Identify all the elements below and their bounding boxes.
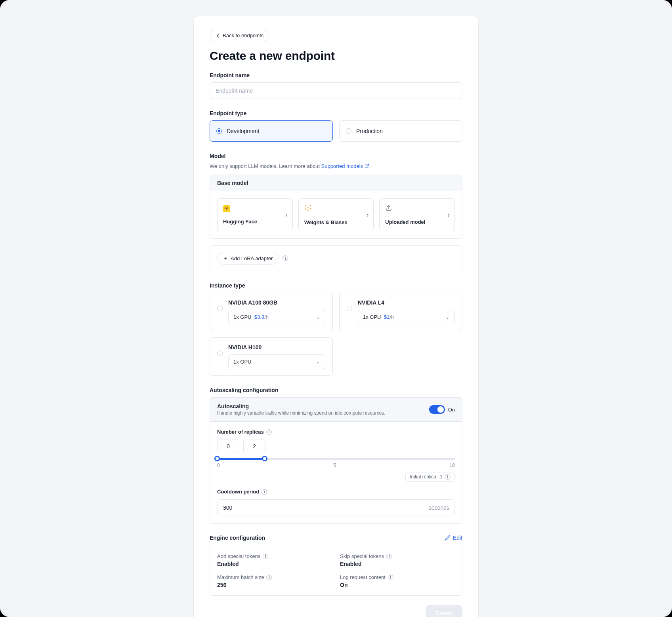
svg-point-2 [307, 206, 308, 208]
lora-adapter-box: ＋ Add LoRA adapter i [210, 245, 462, 271]
radio-icon [216, 128, 222, 134]
info-icon[interactable]: i [388, 575, 393, 580]
info-icon[interactable]: i [263, 554, 268, 559]
engine-value: Enabled [217, 561, 332, 567]
svg-point-4 [305, 208, 306, 209]
model-source-label: Weights & Biases [304, 219, 368, 225]
create-button[interactable]: Create [426, 605, 462, 617]
arrow-right-icon: › [367, 211, 368, 219]
autoscaling-subtitle: Handle highly variable traffic while min… [217, 410, 386, 416]
instance-card-l4[interactable]: NVIDIA L4 1x GPU $1/h ⌄ [339, 293, 462, 331]
model-source-label: Uploaded model [385, 219, 449, 225]
engine-item: Log request contenti On [340, 574, 455, 588]
back-to-endpoints-button[interactable]: Back to endpoints [210, 30, 269, 41]
svg-point-6 [309, 208, 311, 209]
endpoint-type-option-label: Production [356, 128, 383, 134]
replicas-max-input[interactable]: 2 [243, 440, 265, 453]
supported-models-link[interactable]: Supported models [321, 163, 369, 169]
add-lora-adapter-button[interactable]: ＋ Add LoRA adapter [217, 252, 279, 265]
radio-icon [346, 128, 351, 134]
arrow-right-icon: › [448, 211, 450, 219]
create-endpoint-panel: Back to endpoints Create a new endpoint … [193, 16, 479, 617]
chevron-down-icon: ⌄ [316, 314, 320, 320]
autoscaling-section-label: Autoscaling configuration [210, 387, 462, 393]
base-model-box: Base model 🤗 Hugging Face › Weights & Bi… [210, 175, 462, 239]
external-link-icon [365, 164, 369, 168]
model-hint: We only support LLM models. Learn more a… [210, 163, 462, 169]
pencil-icon [445, 535, 451, 541]
model-source-weights-biases[interactable]: Weights & Biases › [298, 198, 374, 231]
svg-point-3 [309, 205, 311, 206]
slider-tick: 0 [217, 463, 220, 468]
cooldown-unit: seconds [429, 505, 449, 511]
page-title: Create a new endpoint [210, 49, 462, 63]
model-source-hugging-face[interactable]: 🤗 Hugging Face › [217, 198, 293, 231]
instance-name: NVIDIA H100 [228, 344, 325, 350]
instance-card-h100[interactable]: NVIDIA H100 1x GPU ⌄ [210, 337, 333, 376]
engine-config-box: Add special tokensi Enabled Skip special… [210, 546, 462, 596]
chevron-down-icon: ⌄ [316, 359, 320, 365]
cooldown-label: Cooldown period [217, 489, 259, 495]
huggingface-icon: 🤗 [223, 205, 230, 212]
radio-icon [217, 350, 223, 356]
upload-icon [385, 204, 392, 211]
instance-gpu-select[interactable]: 1x GPU ⌄ [228, 354, 325, 369]
model-label: Model [210, 153, 462, 159]
replicas-slider[interactable] [217, 458, 455, 460]
engine-value: On [340, 582, 455, 588]
info-icon[interactable]: i [386, 554, 392, 559]
endpoint-type-option-label: Development [227, 128, 260, 134]
base-model-header: Base model [210, 175, 462, 191]
instance-name: NVIDIA A100 80GB [228, 299, 325, 306]
endpoint-type-production[interactable]: Production [339, 120, 462, 142]
engine-item: Maximum batch sizei 256 [217, 574, 332, 588]
endpoint-type-label: Endpoint type [210, 110, 462, 116]
svg-point-1 [305, 205, 306, 206]
info-icon[interactable]: i [266, 429, 272, 435]
edit-label: Edit [453, 535, 462, 541]
arrow-right-icon: › [285, 211, 287, 219]
wandb-icon [304, 204, 311, 211]
slider-knob-max[interactable] [262, 456, 267, 461]
instance-name: NVIDIA L4 [358, 299, 455, 306]
autoscaling-box: Autoscaling Handle highly variable traff… [210, 397, 462, 524]
chevron-down-icon: ⌄ [445, 314, 450, 320]
svg-point-5 [307, 209, 308, 211]
model-source-label: Hugging Face [223, 219, 287, 225]
slider-tick: 10 [450, 463, 455, 468]
radio-icon [347, 306, 352, 311]
slider-tick: 5 [333, 463, 336, 468]
info-icon[interactable]: i [262, 489, 267, 495]
toggle-label: On [448, 407, 455, 413]
endpoint-name-input[interactable] [210, 82, 462, 99]
engine-value: Enabled [340, 561, 455, 567]
engine-edit-button[interactable]: Edit [445, 535, 462, 541]
instance-gpu-select[interactable]: 1x GPU $3.8/h ⌄ [228, 310, 325, 324]
endpoint-type-development[interactable]: Development [210, 120, 333, 142]
engine-item: Add special tokensi Enabled [217, 553, 332, 567]
instance-card-a100[interactable]: NVIDIA A100 80GB 1x GPU $3.8/h ⌄ [210, 293, 333, 331]
model-source-uploaded[interactable]: Uploaded model › [379, 198, 455, 231]
engine-value: 256 [217, 582, 332, 588]
instance-gpu-select[interactable]: 1x GPU $1/h ⌄ [358, 310, 455, 324]
autoscaling-title: Autoscaling [217, 403, 386, 409]
info-icon[interactable]: i [445, 474, 451, 480]
info-icon[interactable]: i [283, 255, 288, 261]
slider-knob-min[interactable] [214, 456, 220, 461]
endpoint-name-label: Endpoint name [210, 72, 462, 78]
back-label: Back to endpoints [223, 32, 263, 38]
initial-replica-badge: Initial replica: 1 i [405, 472, 455, 482]
engine-item: Skip special tokensi Enabled [340, 553, 455, 567]
svg-line-0 [367, 164, 369, 167]
replicas-min-input[interactable]: 0 [217, 440, 239, 453]
engine-section-label: Engine configuration [210, 535, 265, 541]
arrow-left-icon [216, 33, 220, 38]
replicas-label: Number of replicas [217, 429, 264, 435]
info-icon[interactable]: i [266, 575, 272, 580]
add-lora-label: Add LoRA adapter [231, 255, 273, 261]
cooldown-input[interactable] [217, 499, 455, 516]
plus-icon: ＋ [223, 255, 228, 262]
instance-type-label: Instance type [210, 282, 462, 289]
radio-icon [217, 306, 223, 311]
autoscaling-toggle[interactable] [429, 405, 445, 414]
